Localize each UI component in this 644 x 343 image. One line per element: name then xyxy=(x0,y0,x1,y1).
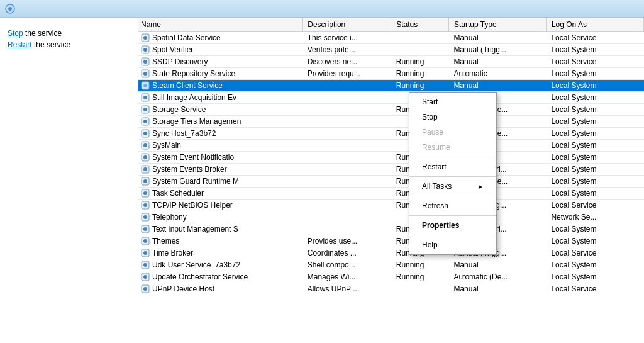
context-menu-separator xyxy=(409,215,496,216)
table-row[interactable]: Text Input Management SRunningAutomatic … xyxy=(138,223,644,235)
table-row[interactable]: System Events BrokerRunningAutomatic (Tr… xyxy=(138,164,644,176)
cell-name: UPnP Device Host xyxy=(138,283,303,295)
svg-point-23 xyxy=(143,155,147,159)
cell-status: Running xyxy=(391,259,449,271)
cell-name: System Event Notificatio xyxy=(138,152,303,164)
cell-startup: Manual xyxy=(448,32,546,44)
cell-desc: This service i... xyxy=(303,32,391,44)
cell-name: SysMain xyxy=(138,140,303,152)
context-menu-separator xyxy=(409,176,496,177)
cell-status: Running xyxy=(391,271,449,283)
col-header-startup[interactable]: Startup Type xyxy=(448,18,546,32)
table-row[interactable]: Sync Host_7a3b72RunningAutomatic (De...L… xyxy=(138,128,644,140)
service-name: Storage Tiers Managemen xyxy=(152,117,241,126)
cell-name: Sync Host_7a3b72 xyxy=(138,128,303,140)
table-row[interactable]: System Guard Runtime MRunningAutomatic (… xyxy=(138,176,644,188)
table-row[interactable]: Spot VerifierVerifies pote...Manual (Tri… xyxy=(138,44,644,56)
context-menu-separator xyxy=(409,196,496,196)
svg-point-37 xyxy=(143,239,147,243)
cell-name: Time Broker xyxy=(138,247,303,259)
ctx-resume: Resume xyxy=(409,140,496,155)
svg-point-19 xyxy=(143,132,147,135)
col-header-name[interactable]: Name xyxy=(138,18,303,32)
cell-desc: Provides use... xyxy=(303,235,391,247)
cell-name: Spatial Data Service xyxy=(138,32,303,44)
table-row[interactable]: State Repository ServiceProvides requ...… xyxy=(138,68,644,80)
cell-name: TCP/IP NetBIOS Helper xyxy=(138,200,303,211)
table-row[interactable]: Storage ServiceRunningAutomatic (De...Lo… xyxy=(138,104,644,116)
table-row[interactable]: UPnP Device HostAllows UPnP ...ManualLoc… xyxy=(138,283,644,295)
cell-logon: Local System xyxy=(546,188,643,200)
cell-logon: Local Service xyxy=(546,56,643,68)
cell-name: Udk User Service_7a3b72 xyxy=(138,259,303,271)
ctx-alltasks-label: All Tasks xyxy=(422,182,452,191)
cell-desc xyxy=(303,92,391,104)
col-header-logon[interactable]: Log On As xyxy=(546,18,643,32)
cell-name: SSDP Discovery xyxy=(138,56,303,68)
col-header-desc[interactable]: Description xyxy=(303,18,391,32)
service-name: System Events Broker xyxy=(152,165,227,174)
cell-logon: Local Service xyxy=(546,32,643,44)
service-name: Storage Service xyxy=(152,105,206,114)
service-icon xyxy=(141,249,150,257)
cell-desc xyxy=(303,80,391,92)
cell-startup: Manual xyxy=(448,56,546,68)
table-row[interactable]: Storage Tiers ManagemenManualLocal Syste… xyxy=(138,116,644,128)
table-row[interactable]: Task SchedulerRunningAutomaticLocal Syst… xyxy=(138,188,644,200)
cell-logon: Local System xyxy=(546,176,643,188)
ctx-refresh[interactable]: Refresh xyxy=(409,198,496,213)
service-icon xyxy=(141,33,150,42)
service-name: System Guard Runtime M xyxy=(152,177,239,186)
table-row[interactable]: TelephonyManualNetwork Se... xyxy=(138,211,644,223)
table-scroll[interactable]: Name Description Status Startup Type Log… xyxy=(138,18,644,343)
service-name: Steam Client Service xyxy=(152,81,223,90)
service-icon xyxy=(141,201,150,210)
service-name: Task Scheduler xyxy=(152,189,204,198)
service-name: Telephony xyxy=(152,213,187,222)
service-icon xyxy=(141,105,150,114)
service-name: Spot Verifier xyxy=(152,45,193,54)
ctx-alltasks[interactable]: All Tasks► xyxy=(409,179,496,194)
services-title-icon xyxy=(5,4,15,14)
cell-name: Telephony xyxy=(138,211,303,223)
table-row[interactable]: TCP/IP NetBIOS HelperRunningManual (Trig… xyxy=(138,200,644,211)
cell-logon: Local Service xyxy=(546,247,643,259)
table-row[interactable]: Spatial Data ServiceThis service i...Man… xyxy=(138,32,644,44)
col-header-status[interactable]: Status xyxy=(391,18,449,32)
stop-link[interactable]: Stop xyxy=(8,29,23,38)
table-row[interactable]: Still Image Acquisition EvManualLocal Sy… xyxy=(138,92,644,104)
table-row[interactable]: Udk User Service_7a3b72Shell compo...Run… xyxy=(138,259,644,271)
table-row[interactable]: SSDP DiscoveryDiscovers ne...RunningManu… xyxy=(138,56,644,68)
table-row[interactable]: SysMainAutomaticLocal System xyxy=(138,140,644,152)
ctx-restart-label: Restart xyxy=(422,162,447,171)
cell-desc xyxy=(303,164,391,176)
table-header: Name Description Status Startup Type Log… xyxy=(138,18,644,32)
service-name: State Repository Service xyxy=(152,69,235,78)
table-row[interactable]: Update Orchestrator ServiceManages Wi...… xyxy=(138,271,644,283)
ctx-restart[interactable]: Restart xyxy=(409,159,496,174)
table-row[interactable]: ThemesProvides use...RunningAutomaticLoc… xyxy=(138,235,644,247)
cell-status: Running xyxy=(391,56,449,68)
service-icon xyxy=(141,237,150,245)
ctx-start[interactable]: Start xyxy=(409,94,496,110)
ctx-help[interactable]: Help xyxy=(409,237,496,252)
restart-link[interactable]: Restart xyxy=(8,40,32,49)
ctx-properties[interactable]: Properties xyxy=(409,218,496,233)
cell-status xyxy=(391,283,449,295)
service-icon xyxy=(141,261,150,269)
cell-name: System Guard Runtime M xyxy=(138,176,303,188)
table-row[interactable]: Steam Client ServiceRunningManualLocal S… xyxy=(138,80,644,92)
table-row[interactable]: System Event NotificatioRunningAutomatic… xyxy=(138,152,644,164)
svg-point-41 xyxy=(143,263,147,267)
cell-logon: Local System xyxy=(546,235,643,247)
service-icon xyxy=(141,273,150,281)
cell-desc: Discovers ne... xyxy=(303,56,391,68)
service-icon xyxy=(141,69,150,78)
cell-name: State Repository Service xyxy=(138,68,303,80)
cell-status: Running xyxy=(391,68,449,80)
ctx-stop[interactable]: Stop xyxy=(409,110,496,125)
svg-point-11 xyxy=(143,84,147,87)
table-row[interactable]: Time BrokerCoordinates ...RunningManual … xyxy=(138,247,644,259)
svg-point-33 xyxy=(143,215,147,219)
service-icon xyxy=(141,153,150,162)
